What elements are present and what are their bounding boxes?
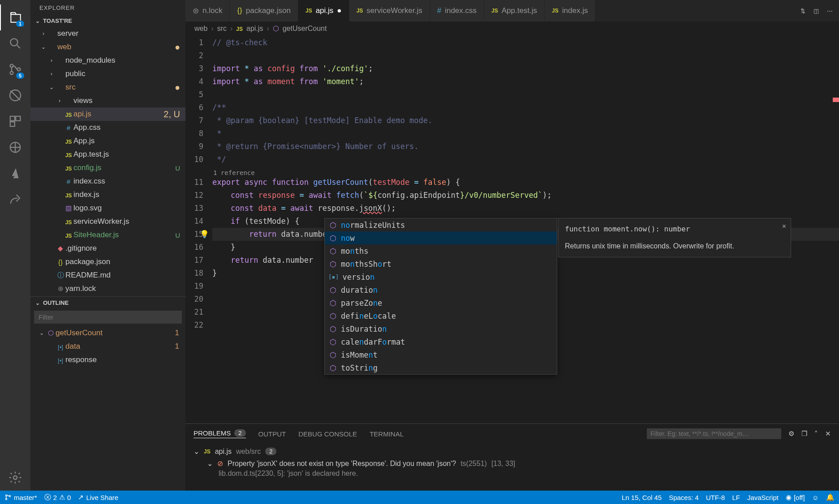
activity-search-icon[interactable]	[0, 30, 30, 56]
status-lang[interactable]: JavaScript	[747, 494, 779, 501]
status-liveshare[interactable]: ↗Live Share	[78, 493, 118, 501]
status-bell-icon[interactable]: 🔔	[826, 493, 835, 501]
svg-rect-5	[10, 116, 15, 121]
file-tree-item[interactable]: {}package.json	[30, 255, 185, 269]
workspace-header[interactable]: ⌄ TOAST'RE	[30, 16, 185, 26]
editor[interactable]: 12345678910111213141516171819202122 // @…	[185, 35, 839, 423]
suggest-item[interactable]: ⬡now	[325, 231, 557, 244]
error-icon: ⊘	[217, 459, 223, 468]
chevron-up-icon[interactable]: ˄	[814, 430, 818, 438]
file-tree-item[interactable]: #App.css	[30, 121, 185, 134]
editor-tab[interactable]: #index.css	[430, 0, 484, 21]
file-tree-item[interactable]: JSserviceWorker.js	[30, 215, 185, 228]
suggest-item[interactable]: ⬡parseZone	[325, 296, 557, 309]
status-problems[interactable]: ⓧ2 ⚠0	[44, 493, 71, 502]
problems-filter-input[interactable]	[647, 428, 781, 439]
outline-item[interactable]: [▪]data1	[30, 340, 185, 353]
minimap[interactable]	[833, 35, 839, 423]
compare-icon[interactable]: ⇅	[800, 8, 805, 14]
outline-item[interactable]: [▪]response	[30, 353, 185, 367]
activity-scm-icon[interactable]: 5	[0, 56, 30, 82]
editor-tab[interactable]: JSindex.js	[545, 0, 595, 21]
panel-tab-debug[interactable]: DEBUG CONSOLE	[298, 430, 357, 438]
outline-item[interactable]: ⌄⬡getUserCount1	[30, 326, 185, 340]
file-tree-item[interactable]: ⊛yarn.lock	[30, 282, 185, 295]
status-cursor-pos[interactable]: Ln 15, Col 45	[622, 494, 662, 501]
file-tree-item[interactable]: JSApp.test.js	[30, 148, 185, 161]
breadcrumb[interactable]: web›src›JSapi.js›⬡getUserCount	[185, 21, 839, 35]
editor-tab[interactable]: JSapi.js●	[298, 0, 349, 21]
file-tree-item[interactable]: JSSiteHeader.jsU	[30, 228, 185, 242]
activity-extensions-icon[interactable]	[0, 108, 30, 134]
file-tree-item[interactable]: ⌄src●	[30, 81, 185, 94]
status-screencast[interactable]: ◉[off]	[786, 493, 805, 501]
editor-tab[interactable]: JSApp.test.js	[484, 0, 545, 21]
file-tree-item[interactable]: JSApp.js	[30, 134, 185, 148]
svg-point-2	[10, 72, 13, 75]
problem-row[interactable]: ⌄ ⊘ Property 'jsonX' does not exist on t…	[194, 457, 831, 470]
activity-debug-icon[interactable]	[0, 82, 30, 108]
status-eol[interactable]: LF	[732, 494, 740, 501]
activity-explorer-icon[interactable]: 1	[0, 4, 30, 30]
panel-tab-output[interactable]: OUTPUT	[258, 430, 286, 438]
file-tree-item[interactable]: ›views	[30, 94, 185, 107]
activity-azure-icon[interactable]	[0, 160, 30, 186]
file-tree-item[interactable]: JSapi.js2, U	[30, 107, 185, 121]
file-tree-item[interactable]: ◆.gitignore	[30, 242, 185, 255]
restore-icon[interactable]: ❐	[801, 430, 807, 438]
file-tree-item[interactable]: ⓘREADME.md	[30, 269, 185, 282]
status-branch[interactable]: master*	[4, 494, 37, 501]
activity-remote-icon[interactable]	[0, 134, 30, 160]
problem-related[interactable]: lib.dom.d.ts[2230, 5]: 'json' is declare…	[194, 470, 831, 478]
suggest-item[interactable]: [▪]version	[325, 270, 557, 283]
suggest-item[interactable]: ⬡calendarFormat	[325, 335, 557, 348]
breadcrumb-segment[interactable]: src	[217, 25, 227, 33]
status-indent[interactable]: Spaces: 4	[669, 494, 699, 501]
panel-tab-terminal[interactable]: TERMINAL	[370, 430, 404, 438]
sidebar-title: EXPLORER	[30, 0, 185, 16]
suggest-item[interactable]: ⬡normalizeUnits	[325, 218, 557, 231]
suggest-item[interactable]: ⬡months	[325, 244, 557, 257]
file-tree-item[interactable]: JSindex.js	[30, 188, 185, 201]
suggest-item[interactable]: ⬡toString	[325, 361, 557, 374]
activity-settings-icon[interactable]	[0, 465, 30, 491]
bottom-panel: PROBLEMS 2 OUTPUT DEBUG CONSOLE TERMINAL…	[185, 423, 839, 491]
problem-file-row[interactable]: ⌄ JS api.js web/src 2	[194, 445, 831, 457]
status-encoding[interactable]: UTF-8	[706, 494, 725, 501]
close-icon[interactable]: ✕	[825, 430, 831, 438]
suggest-item[interactable]: ⬡defineLocale	[325, 309, 557, 322]
problems-body: ⌄ JS api.js web/src 2 ⌄ ⊘ Property 'json…	[185, 444, 839, 479]
breadcrumb-segment[interactable]: api.js	[246, 25, 263, 33]
breadcrumb-segment[interactable]: getUserCount	[283, 25, 327, 33]
file-tree-item[interactable]: ▧logo.svg	[30, 201, 185, 215]
gear-icon[interactable]: ⚙	[788, 430, 794, 438]
file-tree-item[interactable]: ⌄web●	[30, 40, 185, 54]
close-icon[interactable]: ×	[782, 221, 786, 232]
suggest-item[interactable]: ⬡isMoment	[325, 348, 557, 361]
suggest-item[interactable]: ⬡monthsShort	[325, 257, 557, 270]
suggest-item[interactable]: ⬡isDuration	[325, 322, 557, 335]
svg-point-11	[5, 498, 7, 500]
file-tree-item[interactable]: #index.css	[30, 175, 185, 188]
breadcrumb-segment[interactable]: web	[194, 25, 207, 33]
panel-tabs: PROBLEMS 2 OUTPUT DEBUG CONSOLE TERMINAL…	[185, 424, 839, 444]
error-icon: ⓧ	[44, 493, 51, 502]
suggest-item[interactable]: ⬡duration	[325, 283, 557, 296]
more-icon[interactable]: ⋯	[827, 8, 833, 14]
panel-tab-problems[interactable]: PROBLEMS 2	[194, 429, 246, 438]
editor-tab[interactable]: {}package.json	[230, 0, 298, 21]
outline-filter-input[interactable]	[34, 311, 182, 324]
status-feedback-icon[interactable]: ☺	[812, 494, 819, 501]
editor-tab[interactable]: JSserviceWorker.js	[349, 0, 430, 21]
file-tree-item[interactable]: JSconfig.jsU	[30, 161, 185, 175]
file-tree-item[interactable]: ›public	[30, 67, 185, 81]
activity-liveshare-icon[interactable]	[0, 186, 30, 212]
outline-header[interactable]: ⌄ OUTLINE	[30, 296, 185, 308]
file-tree-item[interactable]: ›server	[30, 27, 185, 40]
editor-tab[interactable]: ⊛n.lock	[185, 0, 230, 21]
split-icon[interactable]: ◫	[813, 8, 819, 14]
file-tree-item[interactable]: ›node_modules	[30, 54, 185, 67]
svg-point-0	[10, 38, 17, 46]
suggest-widget[interactable]: ⬡normalizeUnits⬡now⬡months⬡monthsShort[▪…	[324, 218, 557, 375]
liveshare-icon: ↗	[78, 493, 84, 501]
